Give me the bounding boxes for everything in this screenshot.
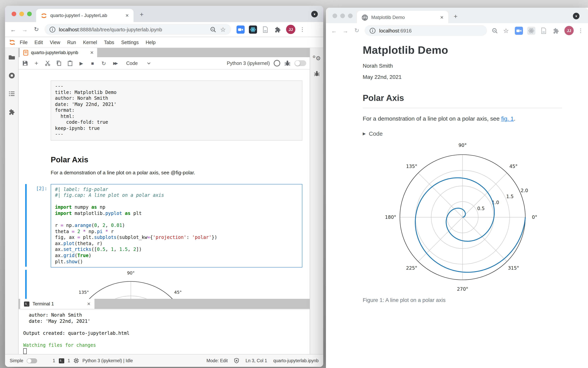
kernel-name[interactable]: Python 3 (ipykernel) xyxy=(227,61,270,66)
extensions-puzzle-icon[interactable] xyxy=(552,27,560,35)
forward-icon[interactable]: → xyxy=(342,27,349,34)
terminal-tab[interactable]: $_ Terminal 1 ✕ xyxy=(20,299,95,309)
info-icon[interactable] xyxy=(369,27,376,34)
yaml-frontmatter[interactable]: --- title: Matplotlib Demo author: Norah… xyxy=(51,80,302,140)
menu-settings[interactable]: Settings xyxy=(118,40,142,45)
new-tab-button[interactable]: + xyxy=(454,13,458,20)
reload-icon[interactable]: ↻ xyxy=(33,26,40,33)
tab-close-icon[interactable]: ✕ xyxy=(125,13,129,18)
document-extension-icon[interactable] xyxy=(261,25,270,33)
jupyter-logo xyxy=(9,39,16,46)
running-sessions-icon[interactable] xyxy=(8,72,15,79)
simple-mode-toggle[interactable] xyxy=(27,358,37,363)
react-devtools-icon[interactable] xyxy=(527,27,535,35)
menu-tabs[interactable]: Tabs xyxy=(100,40,118,45)
zoom-out-page-icon[interactable] xyxy=(210,26,216,33)
copy-cells-button[interactable] xyxy=(56,60,62,66)
menu-kernel[interactable]: Kernel xyxy=(79,40,100,45)
reload-icon[interactable]: ↻ xyxy=(353,27,360,34)
zoom-app-icon[interactable] xyxy=(237,25,245,33)
figure-link[interactable]: fig. 1 xyxy=(501,115,514,122)
raw-cell[interactable]: --- title: Matplotlib Demo author: Norah… xyxy=(19,76,310,145)
cell-collapser[interactable] xyxy=(25,184,27,267)
cursor-position[interactable]: Ln 3, Col 1 xyxy=(246,358,267,363)
output-area: 0°45°90°135°180°225°270°315°0.51.01.52.0 xyxy=(51,270,302,299)
kernel-status-text[interactable]: Python 3 (ipykernel) | Idle xyxy=(82,358,133,363)
save-button[interactable] xyxy=(22,60,28,66)
browser-tab-title: Matplotlib Demo xyxy=(371,15,405,20)
avatar[interactable]: JJ xyxy=(286,25,295,34)
browser-menu-icon[interactable]: ⋮ xyxy=(300,26,305,32)
svg-text:90°: 90° xyxy=(458,143,467,148)
right-activity-bar: ⚙⚙ xyxy=(310,48,323,354)
notebook-tab[interactable]: quarto-jupyterlab.ipynb ✕ xyxy=(20,48,97,57)
extension-manager-icon[interactable] xyxy=(8,109,15,115)
avatar[interactable]: JJ xyxy=(564,26,574,35)
notebook-mode[interactable]: Mode: Edit xyxy=(206,358,228,363)
code-editor[interactable]: #| label: fig-polar#| fig.cap: A line pl… xyxy=(51,184,302,267)
info-icon[interactable] xyxy=(49,26,56,33)
window-controls[interactable] xyxy=(333,14,353,18)
bookmark-star-icon[interactable]: ☆ xyxy=(503,27,510,34)
new-tab-button[interactable]: + xyxy=(140,11,144,18)
jupyterlab-app: File Edit View Run Kernel Tabs Settings … xyxy=(5,37,323,367)
menu-edit[interactable]: Edit xyxy=(31,40,46,45)
window-controls[interactable] xyxy=(12,12,32,16)
notebook-tab-close-icon[interactable]: ✕ xyxy=(90,50,94,55)
restart-kernel-button[interactable]: ↻ xyxy=(101,60,107,66)
browser-tab[interactable]: Matplotlib Demo ✕ xyxy=(357,11,448,24)
tab-search-button[interactable]: ▾ xyxy=(573,13,579,19)
debugger-bug-icon[interactable] xyxy=(284,60,291,66)
add-cell-button[interactable]: + xyxy=(33,60,39,66)
menu-file[interactable]: File xyxy=(16,40,31,45)
markdown-cell[interactable]: Polar Axis For a demonstration of a line… xyxy=(19,145,310,175)
terminal-tab-close-icon[interactable]: ✕ xyxy=(87,301,91,306)
browser-tab[interactable]: quarto-jupyterl - JupyterLab ✕ xyxy=(36,9,134,22)
extensions-puzzle-icon[interactable] xyxy=(274,25,282,33)
interrupt-kernel-button[interactable]: ■ xyxy=(89,60,96,66)
url-text[interactable]: localhost:6916 xyxy=(379,28,412,33)
address-bar[interactable]: localhost:6916 xyxy=(365,25,487,36)
menu-help[interactable]: Help xyxy=(142,40,159,45)
zoom-out-page-icon[interactable] xyxy=(492,27,498,34)
bookmark-star-icon[interactable]: ☆ xyxy=(220,26,226,33)
document-extension-icon[interactable] xyxy=(540,27,548,35)
run-cell-button[interactable]: ▶ xyxy=(78,60,84,66)
svg-text:135°: 135° xyxy=(406,164,417,169)
forward-icon[interactable]: → xyxy=(21,26,28,33)
extensions-row: JJ ⋮ xyxy=(515,26,583,35)
url-text[interactable]: localhost:8888/lab/tree/quarto-jupyterla… xyxy=(59,27,162,32)
browser-titlebar: Matplotlib Demo ✕ + ▾ xyxy=(326,8,588,23)
zoom-window-button[interactable] xyxy=(27,12,32,16)
tab-close-icon[interactable]: ✕ xyxy=(440,15,443,20)
kernel-status-icon[interactable] xyxy=(274,60,280,66)
cut-cells-button[interactable] xyxy=(45,60,51,66)
code-fold-toggle[interactable]: ▶ Code xyxy=(363,130,588,137)
restart-run-all-button[interactable]: ▶▶ xyxy=(112,60,118,66)
minimize-window-button[interactable] xyxy=(19,12,24,16)
zoom-app-icon[interactable] xyxy=(515,27,523,35)
tab-search-button[interactable]: ▾ xyxy=(311,11,318,17)
react-devtools-icon[interactable] xyxy=(249,25,257,33)
back-icon[interactable]: ← xyxy=(331,27,337,34)
debugger-sidebar-bug-icon[interactable] xyxy=(313,70,320,77)
terminal-output[interactable]: author: Norah Smith date: 'May 22nd, 202… xyxy=(19,309,310,354)
file-browser-icon[interactable] xyxy=(8,54,15,61)
property-inspector-gears-icon[interactable]: ⚙⚙ xyxy=(312,54,321,61)
browser-menu-icon[interactable]: ⋮ xyxy=(578,28,583,34)
debugger-toggle[interactable] xyxy=(295,60,306,66)
active-filename: quarto-jupyterlab.ipynb xyxy=(273,358,318,363)
close-window-button[interactable] xyxy=(12,12,16,16)
menu-view[interactable]: View xyxy=(46,40,64,45)
svg-text:135°: 135° xyxy=(78,290,89,295)
table-of-contents-icon[interactable] xyxy=(8,91,15,97)
cell-type-dropdown[interactable]: Code xyxy=(126,61,151,66)
back-icon[interactable]: ← xyxy=(10,26,17,33)
menu-run[interactable]: Run xyxy=(64,40,79,45)
kernel-chip-icon[interactable] xyxy=(74,358,79,363)
notification-shield-icon[interactable] xyxy=(234,358,240,363)
output-collapser[interactable] xyxy=(25,270,27,299)
code-cell[interactable]: [2]: #| label: fig-polar#| fig.cap: A li… xyxy=(19,184,310,267)
address-bar[interactable]: localhost:8888/lab/tree/quarto-jupyterla… xyxy=(45,24,231,35)
paste-cells-button[interactable] xyxy=(67,60,73,66)
